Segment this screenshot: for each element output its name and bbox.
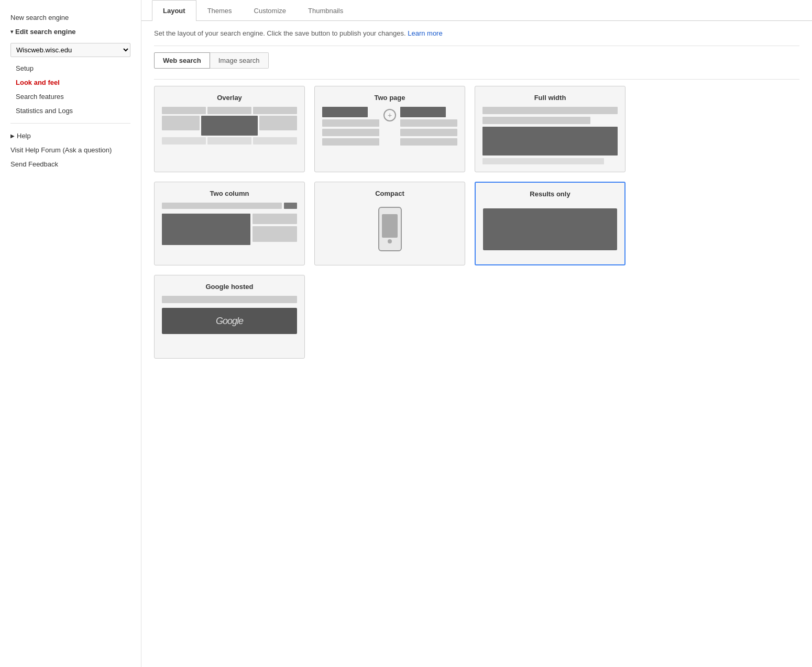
web-search-button[interactable]: Web search (154, 52, 210, 69)
sidebar-item-help[interactable]: Help (17, 132, 31, 140)
search-type-bar: Web search Image search (154, 52, 799, 69)
results-only-preview (483, 203, 617, 255)
layout-card-results-only[interactable]: Results only (475, 182, 626, 265)
sidebar-item-search-features[interactable]: Search features (0, 90, 141, 104)
sidebar-item-setup[interactable]: Setup (0, 61, 141, 75)
learn-more-link[interactable]: Learn more (408, 29, 442, 37)
results-only-card-title: Results only (483, 190, 617, 198)
sidebar-edit-search-engine-header: Edit search engine (15, 28, 76, 36)
search-engine-select[interactable]: Wiscweb.wisc.edu (10, 43, 130, 57)
layout-card-full-width[interactable]: Full width (475, 86, 626, 172)
two-page-preview: + (322, 107, 457, 146)
tab-layout[interactable]: Layout (152, 0, 196, 21)
tab-customize[interactable]: Customize (243, 0, 297, 21)
layout-grid: Overlay (154, 86, 626, 359)
layout-card-overlay[interactable]: Overlay (154, 86, 305, 172)
content-divider-1 (154, 46, 799, 46)
google-logo-block: Google (162, 308, 297, 334)
two-column-preview (162, 203, 297, 245)
sidebar-item-new-search-engine[interactable]: New search engine (0, 10, 141, 25)
compact-preview (322, 203, 457, 255)
tab-themes[interactable]: Themes (196, 0, 243, 21)
content-area: Set the layout of your search engine. Cl… (141, 21, 812, 367)
layout-card-google-hosted[interactable]: Google hosted Google (154, 275, 305, 359)
layout-card-compact[interactable]: Compact (314, 182, 465, 265)
full-width-card-title: Full width (482, 94, 618, 102)
sidebar-item-statistics-logs[interactable]: Statistics and Logs (0, 104, 141, 118)
tabs-bar: Layout Themes Customize Thumbnails (141, 0, 812, 21)
sidebar-item-visit-help-forum[interactable]: Visit Help Forum (Ask a question) (0, 143, 141, 157)
full-width-preview (482, 107, 618, 164)
tab-thumbnails[interactable]: Thumbnails (297, 0, 354, 21)
content-divider-2 (154, 79, 799, 80)
description-text: Set the layout of your search engine. Cl… (154, 29, 799, 37)
google-hosted-card-title: Google hosted (162, 283, 297, 291)
layout-card-two-page[interactable]: Two page + (314, 86, 465, 172)
overlay-card-title: Overlay (162, 94, 297, 102)
help-arrow-icon: ▶ (10, 133, 15, 139)
google-hosted-preview: Google (162, 296, 297, 334)
compact-card-title: Compact (322, 190, 457, 197)
overlay-preview (162, 107, 297, 144)
search-engine-dropdown-container: Wiscweb.wisc.edu (10, 43, 130, 57)
collapse-arrow-icon: ▾ (10, 29, 13, 35)
sidebar-item-look-and-feel[interactable]: Look and feel (0, 75, 141, 90)
sidebar-divider (10, 123, 130, 124)
phone-icon (378, 207, 402, 251)
two-column-card-title: Two column (162, 190, 297, 197)
sidebar-item-send-feedback[interactable]: Send Feedback (0, 157, 141, 171)
two-page-card-title: Two page (322, 94, 457, 102)
image-search-button[interactable]: Image search (210, 52, 269, 69)
main-content: Layout Themes Customize Thumbnails Set t… (141, 0, 812, 667)
layout-card-two-column[interactable]: Two column (154, 182, 305, 265)
sidebar: New search engine ▾ Edit search engine W… (0, 0, 141, 667)
